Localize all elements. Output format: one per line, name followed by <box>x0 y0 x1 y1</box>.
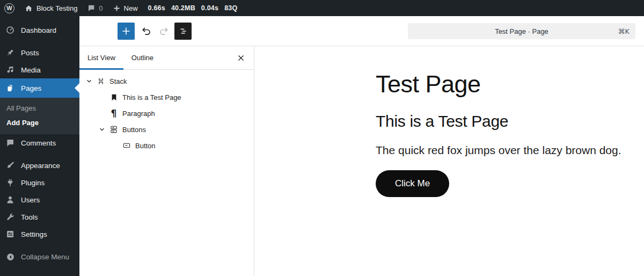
new-label: New <box>124 4 138 12</box>
sidebar-item-dashboard[interactable]: Dashboard <box>0 21 79 39</box>
chevron-down-icon[interactable] <box>84 78 94 84</box>
wrench-icon <box>5 212 16 222</box>
list-view-icon <box>177 25 189 38</box>
comment-bubble-icon <box>87 4 96 12</box>
sidebar-item-posts[interactable]: Posts <box>0 44 79 61</box>
command-center-bar[interactable]: Test Page · Page ⌘K <box>408 23 635 39</box>
redo-button[interactable] <box>155 23 172 40</box>
pages-submenu: All Pages Add Page <box>0 98 79 134</box>
block-inserter-button[interactable] <box>118 23 135 40</box>
post-content: Test Page This is a Test Page The quick … <box>255 46 644 197</box>
sidebar-item-collapse-menu[interactable]: Collapse Menu <box>0 248 79 265</box>
user-icon <box>5 195 16 205</box>
sidebar-item-pages[interactable]: Pages <box>0 78 79 98</box>
sidebar-item-users[interactable]: Users <box>0 191 79 208</box>
comment-count: 0 <box>99 4 103 12</box>
comments-icon <box>5 138 16 148</box>
chevron-down-icon[interactable] <box>97 126 107 133</box>
paragraph-block-icon: ¶ <box>107 109 120 118</box>
tab-outline[interactable]: Outline <box>123 46 162 69</box>
sidebar-item-settings[interactable]: Settings <box>0 226 79 243</box>
stack-block-icon <box>94 76 107 86</box>
redo-icon <box>157 25 170 38</box>
site-name: Block Testing <box>36 4 77 12</box>
tab-list-view[interactable]: List View <box>79 46 123 69</box>
paragraph-block[interactable]: The quick red fox jumps over the lazy br… <box>376 143 644 158</box>
list-view-toggle-button[interactable] <box>174 23 192 40</box>
sidebar-item-comments[interactable]: Comments <box>0 134 79 151</box>
wp-logo-menu[interactable]: W <box>0 0 19 16</box>
button-block-icon <box>120 141 133 150</box>
sidebar-item-tools[interactable]: Tools <box>0 208 79 226</box>
query-monitor-stats[interactable]: 0.66s 40.2MB 0.04s 83Q <box>143 4 238 12</box>
list-view-tab-bar: List View Outline <box>79 46 254 70</box>
admin-bar: W Block Testing 0 New 0.66s 40.2MB 0.04s… <box>0 0 644 16</box>
undo-button[interactable] <box>138 23 155 40</box>
editor-canvas[interactable]: Test Page This is a Test Page The quick … <box>255 46 644 276</box>
site-link[interactable]: Block Testing <box>19 0 82 16</box>
block-editor: Test Page · Page ⌘K List View Outline St… <box>79 16 644 276</box>
buttons-block-icon <box>107 125 120 134</box>
active-menu-arrow <box>75 83 79 93</box>
heading-block[interactable]: This is a Test Page <box>376 112 644 131</box>
sidebar-item-plugins[interactable]: Plugins <box>0 174 79 191</box>
list-view-panel: List View Outline Stack <box>79 46 254 276</box>
submenu-add-page[interactable]: Add Page <box>0 115 79 130</box>
qm-time: 0.66s <box>148 4 165 12</box>
plus-icon <box>113 4 121 12</box>
block-tree: Stack This is a Test Page ¶ Paragraph <box>79 70 254 154</box>
sidebar-item-media[interactable]: Media <box>0 61 79 78</box>
editor-top-bar: Test Page · Page ⌘K <box>79 16 644 46</box>
heading-block-icon <box>107 93 120 102</box>
undo-icon <box>140 25 153 38</box>
page-title[interactable]: Test Page <box>376 70 644 99</box>
pages-icon <box>5 83 16 93</box>
close-icon <box>236 53 246 63</box>
qm-queries: 83Q <box>224 4 237 12</box>
admin-sidebar: Dashboard Posts Media Pages All Pages Ad… <box>0 16 79 276</box>
command-shortcut: ⌘K <box>618 27 630 35</box>
close-list-view-button[interactable] <box>232 49 250 67</box>
comments-shortcut[interactable]: 0 <box>82 0 107 16</box>
plug-icon <box>5 178 16 187</box>
submenu-all-pages[interactable]: All Pages <box>0 101 79 115</box>
click-me-button[interactable]: Click Me <box>376 170 449 197</box>
tree-row-stack[interactable]: Stack <box>79 73 254 89</box>
plus-icon <box>120 25 133 38</box>
tree-row-paragraph[interactable]: ¶ Paragraph <box>79 105 254 121</box>
tree-row-button[interactable]: Button <box>79 137 254 154</box>
paintbrush-icon <box>5 161 16 170</box>
new-content-menu[interactable]: New <box>108 0 143 16</box>
dashboard-icon <box>5 25 16 35</box>
collapse-arrow-icon <box>5 252 16 262</box>
media-icon <box>5 65 16 75</box>
home-icon <box>24 4 33 13</box>
qm-db-time: 0.04s <box>201 4 218 12</box>
sidebar-item-appearance[interactable]: Appearance <box>0 157 79 174</box>
pushpin-icon <box>5 48 16 57</box>
settings-sliders-icon <box>5 229 16 239</box>
tree-row-buttons[interactable]: Buttons <box>79 121 254 137</box>
qm-memory: 40.2MB <box>171 4 195 12</box>
document-title-crumb: Test Page · Page <box>495 27 548 35</box>
wordpress-logo-icon: W <box>4 3 14 13</box>
tree-row-heading[interactable]: This is a Test Page <box>79 89 254 105</box>
